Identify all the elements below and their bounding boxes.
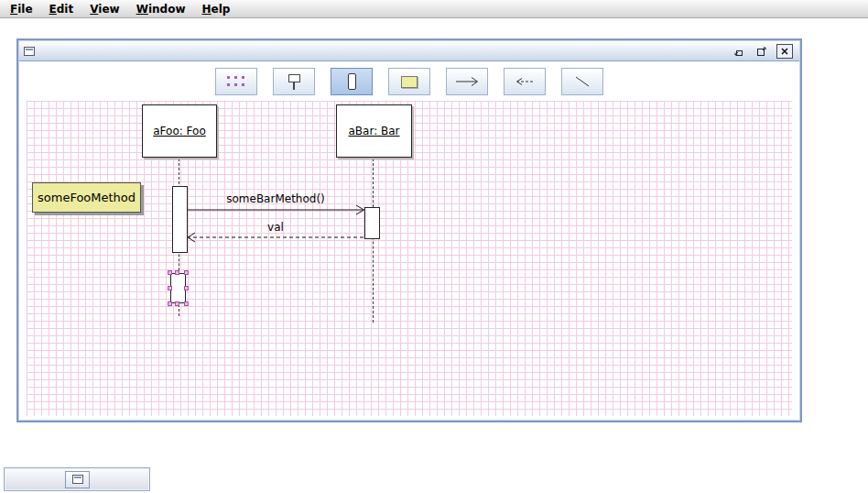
activation-selected[interactable] bbox=[170, 273, 186, 303]
selection-handle[interactable] bbox=[184, 286, 189, 290]
activation-bar-icon bbox=[348, 73, 356, 90]
minimize-button[interactable] bbox=[731, 44, 747, 59]
selection-dots-icon bbox=[227, 76, 245, 87]
selection-handle[interactable] bbox=[184, 270, 189, 275]
selection-tool-button[interactable] bbox=[215, 68, 257, 95]
return-arrow-tool-button[interactable] bbox=[504, 68, 546, 95]
lifeline-abar[interactable] bbox=[373, 159, 374, 323]
diagonal-line-icon bbox=[574, 75, 591, 88]
frame-titlebar[interactable] bbox=[19, 41, 799, 61]
call-message-label: someBarMethod() bbox=[197, 192, 354, 205]
note-icon bbox=[401, 76, 418, 88]
note-tool-button[interactable] bbox=[388, 68, 430, 95]
window-icon bbox=[24, 47, 35, 56]
minimize-icon bbox=[733, 46, 744, 57]
activation-tool-button[interactable] bbox=[331, 68, 373, 95]
restore-frame-button[interactable] bbox=[65, 471, 90, 488]
frame-controls bbox=[731, 44, 793, 59]
selection-handle[interactable] bbox=[184, 301, 189, 306]
diagram-toolbar bbox=[19, 62, 799, 101]
selection-handle[interactable] bbox=[175, 270, 179, 275]
object-lifeline-icon bbox=[288, 74, 300, 90]
close-button[interactable] bbox=[776, 44, 793, 59]
menu-file[interactable]: File bbox=[2, 1, 41, 17]
note-text: someFooMethod bbox=[38, 191, 136, 204]
call-arrow-tool-button[interactable] bbox=[446, 68, 488, 95]
call-message-arrow[interactable] bbox=[184, 204, 367, 215]
object-abar[interactable]: aBar: Bar bbox=[336, 104, 412, 158]
object-afoo[interactable]: aFoo: Foo bbox=[142, 104, 217, 158]
minimized-frame[interactable] bbox=[4, 467, 150, 491]
selection-handle[interactable] bbox=[168, 270, 172, 275]
arrow-left-icon bbox=[515, 77, 534, 86]
selection-handle[interactable] bbox=[175, 301, 179, 306]
menu-window[interactable]: Window bbox=[128, 1, 194, 17]
maximize-button[interactable] bbox=[754, 44, 770, 59]
arrow-right-icon bbox=[455, 76, 479, 87]
window-icon bbox=[72, 475, 83, 484]
menu-help[interactable]: Help bbox=[193, 1, 238, 17]
object-tool-button[interactable] bbox=[273, 68, 315, 95]
maximize-icon bbox=[756, 46, 767, 57]
close-icon bbox=[780, 47, 789, 56]
line-tool-button[interactable] bbox=[561, 68, 603, 95]
menu-view[interactable]: View bbox=[81, 1, 127, 17]
diagram-canvas[interactable]: aFoo: Foo aBar: Bar someFooMethod someBa… bbox=[27, 101, 792, 416]
selection-handle[interactable] bbox=[168, 301, 172, 306]
object-afoo-label: aFoo: Foo bbox=[153, 125, 206, 137]
activation-afoo[interactable] bbox=[172, 186, 188, 253]
internal-frame: aFoo: Foo aBar: Bar someFooMethod someBa… bbox=[16, 38, 802, 422]
menu-bar: File Edit View Window Help bbox=[0, 0, 868, 18]
selection-handle[interactable] bbox=[168, 286, 172, 290]
return-message-arrow[interactable] bbox=[184, 232, 367, 243]
object-abar-label: aBar: Bar bbox=[348, 125, 399, 137]
note-somefoomethod[interactable]: someFooMethod bbox=[32, 182, 141, 213]
menu-edit[interactable]: Edit bbox=[41, 1, 82, 17]
